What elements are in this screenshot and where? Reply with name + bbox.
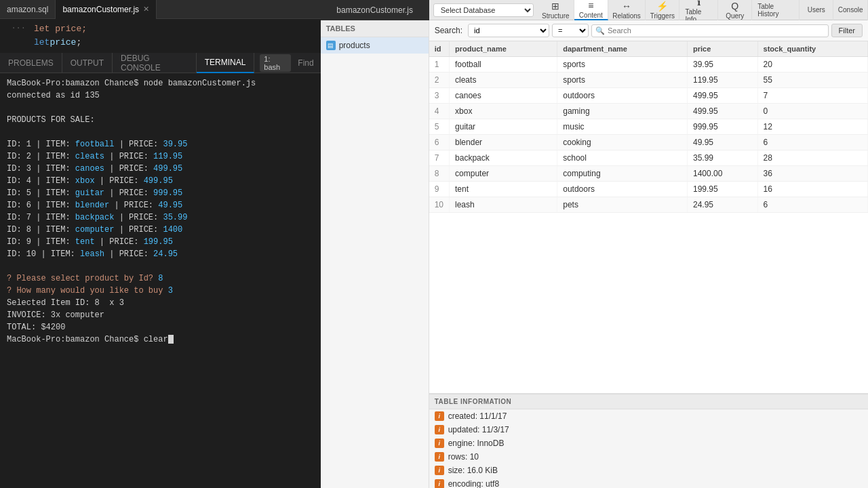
cell-product_name-4: xbox bbox=[450, 104, 557, 119]
table-row[interactable]: 10leashpets24.956 bbox=[429, 197, 868, 213]
nav-relations-btn[interactable]: ↔ Relations bbox=[608, 0, 646, 20]
search-operator-select[interactable]: = != < > LIKE bbox=[552, 24, 589, 37]
tab-output[interactable]: OUTPUT bbox=[62, 53, 113, 73]
select-database-dropdown[interactable]: Select Database bbox=[433, 3, 534, 17]
nav-table-history-btn[interactable]: Table History bbox=[752, 0, 800, 20]
db-topbar: bamazonCustomer.js Select Database ⊞ Str… bbox=[321, 0, 868, 20]
table-item-products[interactable]: products bbox=[321, 37, 429, 54]
cell-dapartment_name-5: music bbox=[557, 119, 688, 135]
col-header-product-name[interactable]: product_name bbox=[450, 41, 557, 57]
info-label-2: engine: InnoDB bbox=[448, 439, 505, 448]
table-row[interactable]: 2cleatssports119.9555 bbox=[429, 73, 868, 88]
terminal-question-2: ? How many would you like to buy 3 bbox=[7, 285, 314, 297]
table-name-products: products bbox=[339, 41, 370, 50]
table-row[interactable]: 8computercomputing1400.0036 bbox=[429, 166, 868, 182]
info-icon bbox=[435, 439, 444, 448]
table-row[interactable]: 6blendercooking49.956 bbox=[429, 135, 868, 150]
nav-query-btn[interactable]: Q Query bbox=[718, 0, 752, 20]
terminal-line-id6: ID: 6 | ITEM: blender | PRICE: 49.95 bbox=[7, 199, 314, 211]
code-prev-content: let price; bbox=[34, 24, 87, 34]
nav-content-btn[interactable]: ≡ Content bbox=[574, 0, 608, 20]
cell-stock_quantity-3: 7 bbox=[757, 88, 867, 104]
info-item-0: created: 11/1/17 bbox=[429, 409, 868, 423]
nav-console-btn[interactable]: Console bbox=[833, 0, 868, 20]
cell-price-10: 24.95 bbox=[687, 197, 757, 213]
table-info-section: TABLE INFORMATION created: 11/1/17update… bbox=[429, 393, 868, 488]
table-row[interactable]: 9tentoutdoors199.9516 bbox=[429, 182, 868, 197]
cell-product_name-1: football bbox=[450, 57, 557, 73]
terminal-line-id8: ID: 8 | ITEM: computer | PRICE: 1400 bbox=[7, 224, 314, 236]
relations-label: Relations bbox=[612, 12, 641, 20]
terminal-blank-2 bbox=[7, 126, 314, 138]
col-header-price[interactable]: price bbox=[687, 41, 757, 57]
problems-label: PROBLEMS bbox=[8, 58, 54, 68]
info-item-4: size: 16.0 KiB bbox=[429, 464, 868, 477]
table-icon-products bbox=[326, 41, 336, 50]
tab-problems[interactable]: PROBLEMS bbox=[0, 53, 62, 73]
search-input[interactable] bbox=[608, 26, 825, 35]
cell-dapartment_name-4: gaming bbox=[557, 104, 688, 119]
table-row[interactable]: 7backpackschool35.9928 bbox=[429, 150, 868, 166]
data-table-wrap: id product_name dapartment_name price st… bbox=[429, 41, 868, 393]
cell-price-4: 499.95 bbox=[687, 104, 757, 119]
cell-stock_quantity-5: 12 bbox=[757, 119, 867, 135]
find-button[interactable]: Find bbox=[291, 58, 320, 68]
code-semicolon: ; bbox=[76, 37, 81, 47]
nav-triggers-btn[interactable]: ⚡ Triggers bbox=[646, 0, 679, 20]
nav-users-btn[interactable]: Users bbox=[800, 0, 833, 20]
nav-structure-btn[interactable]: ⊞ Structure bbox=[538, 0, 574, 20]
search-label: Search: bbox=[435, 26, 462, 35]
table-row[interactable]: 3canoesoutdoors499.957 bbox=[429, 88, 868, 104]
terminal-invoice: INVOICE: 3x computer bbox=[7, 309, 314, 321]
bash-badge: 1: bash bbox=[260, 54, 291, 72]
nav-table-info-btn[interactable]: ℹ Table Info bbox=[679, 0, 718, 20]
line-num-prev: ··· bbox=[5, 24, 26, 33]
filter-button[interactable]: Filter bbox=[831, 24, 863, 37]
triggers-icon: ⚡ bbox=[656, 1, 668, 12]
table-info-header: TABLE INFORMATION bbox=[429, 394, 868, 409]
db-topbar-filename-area: bamazonCustomer.js bbox=[321, 0, 429, 20]
cell-stock_quantity-6: 6 bbox=[757, 135, 867, 150]
info-label-0: created: 11/1/17 bbox=[448, 411, 507, 421]
col-header-department-name[interactable]: dapartment_name bbox=[557, 41, 688, 57]
cell-id-6: 6 bbox=[429, 135, 450, 150]
db-nav: Select Database ⊞ Structure ≡ Content ↔ … bbox=[429, 0, 868, 20]
code-keyword-let: let bbox=[34, 37, 50, 47]
tab-debug-console[interactable]: DEBUG CONSOLE bbox=[113, 53, 197, 73]
col-header-id[interactable]: id bbox=[429, 41, 450, 57]
col-header-stock-quantity[interactable]: stock_quantity bbox=[757, 41, 867, 57]
amazon-sql-label: amazon.sql bbox=[7, 5, 48, 14]
table-info-items: created: 11/1/17updated: 11/3/17engine: … bbox=[429, 409, 868, 488]
terminal-line-id1: ID: 1 | ITEM: football | PRICE: 39.95 bbox=[7, 138, 314, 150]
search-field-select[interactable]: id product_name dapartment_name price st… bbox=[468, 24, 549, 37]
cell-price-8: 1400.00 bbox=[687, 166, 757, 182]
query-icon: Q bbox=[731, 1, 738, 12]
cell-price-1: 39.95 bbox=[687, 57, 757, 73]
cell-product_name-8: computer bbox=[450, 166, 557, 182]
cell-price-7: 35.99 bbox=[687, 150, 757, 166]
content-icon: ≡ bbox=[588, 0, 593, 11]
info-item-1: updated: 11/3/17 bbox=[429, 423, 868, 436]
output-label: OUTPUT bbox=[71, 58, 104, 68]
terminal-label: TERMINAL bbox=[205, 58, 246, 67]
db-body: TABLES products Search: id product_name … bbox=[321, 20, 868, 488]
terminal-total: TOTAL: $4200 bbox=[7, 321, 314, 333]
info-label-5: encoding: utf8 bbox=[448, 479, 499, 488]
table-row[interactable]: 4xboxgaming499.950 bbox=[429, 104, 868, 119]
structure-icon: ⊞ bbox=[551, 1, 559, 12]
code-var-price: price bbox=[50, 37, 76, 47]
cell-stock_quantity-10: 6 bbox=[757, 197, 867, 213]
close-tab-icon[interactable]: ✕ bbox=[143, 5, 149, 14]
terminal-selected: Selected Item ID: 8 x 3 bbox=[7, 297, 314, 309]
cell-stock_quantity-8: 36 bbox=[757, 166, 867, 182]
cell-id-8: 8 bbox=[429, 166, 450, 182]
table-row[interactable]: 1footballsports39.9520 bbox=[429, 57, 868, 73]
table-row[interactable]: 5guitarmusic999.9512 bbox=[429, 119, 868, 135]
terminal-line-id5: ID: 5 | ITEM: guitar | PRICE: 999.95 bbox=[7, 187, 314, 199]
info-icon bbox=[435, 452, 444, 462]
tab-amazon-sql[interactable]: amazon.sql bbox=[0, 0, 56, 19]
tab-bamazon-customer-js[interactable]: bamazonCustomer.js ✕ bbox=[56, 0, 157, 19]
tab-terminal[interactable]: TERMINAL bbox=[197, 53, 255, 73]
structure-label: Structure bbox=[542, 12, 570, 20]
cell-product_name-6: blender bbox=[450, 135, 557, 150]
